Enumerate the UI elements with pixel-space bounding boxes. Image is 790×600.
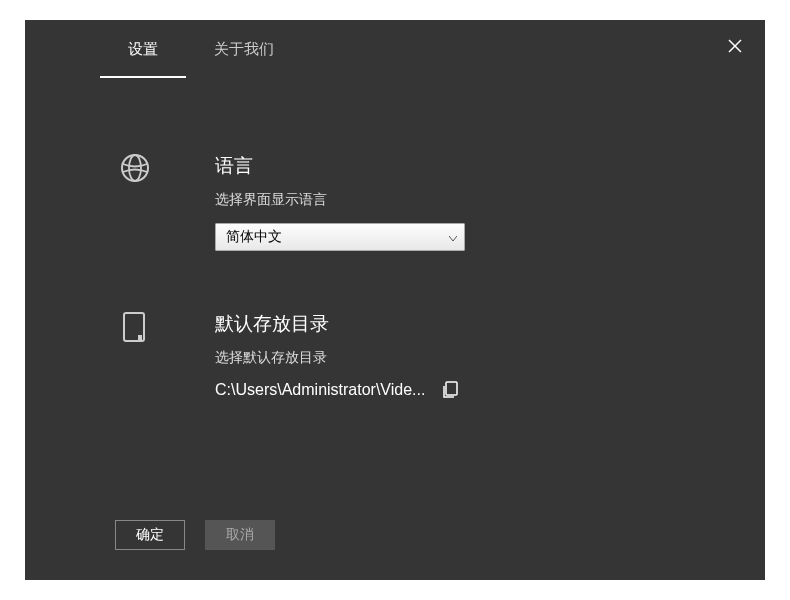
cancel-button[interactable]: 取消	[205, 520, 275, 550]
tab-bar: 设置 关于我们	[25, 20, 765, 78]
close-button[interactable]	[725, 36, 745, 56]
svg-point-2	[122, 155, 148, 181]
directory-subtitle: 选择默认存放目录	[215, 349, 765, 367]
language-body: 语言 选择界面显示语言 简体中文	[215, 153, 765, 251]
tab-about[interactable]: 关于我们	[186, 20, 302, 78]
language-subtitle: 选择界面显示语言	[215, 191, 765, 209]
language-title: 语言	[215, 153, 765, 179]
cancel-button-label: 取消	[226, 526, 254, 544]
directory-section: 默认存放目录 选择默认存放目录 C:\Users\Administrator\V…	[115, 311, 765, 399]
directory-title: 默认存放目录	[215, 311, 765, 337]
language-select-value: 简体中文	[226, 228, 282, 246]
svg-rect-5	[138, 335, 142, 341]
tab-settings-label: 设置	[128, 40, 158, 59]
language-section: 语言 选择界面显示语言 简体中文	[115, 153, 765, 251]
settings-dialog: 设置 关于我们 语言 选择界面显示语言	[25, 20, 765, 580]
copy-icon	[441, 381, 459, 399]
browse-button[interactable]	[441, 381, 459, 399]
language-select-wrap: 简体中文	[215, 223, 465, 251]
close-icon	[727, 38, 743, 54]
tab-settings[interactable]: 设置	[100, 20, 186, 78]
svg-point-3	[129, 155, 141, 181]
language-select[interactable]: 简体中文	[215, 223, 465, 251]
svg-rect-6	[446, 382, 457, 395]
folder-icon	[115, 311, 155, 351]
ok-button[interactable]: 确定	[115, 520, 185, 550]
tab-about-label: 关于我们	[214, 40, 274, 59]
directory-path: C:\Users\Administrator\Vide...	[215, 381, 425, 399]
directory-body: 默认存放目录 选择默认存放目录 C:\Users\Administrator\V…	[215, 311, 765, 399]
globe-icon	[115, 153, 155, 193]
ok-button-label: 确定	[136, 526, 164, 544]
dialog-content: 语言 选择界面显示语言 简体中文 默	[25, 78, 765, 399]
directory-path-row: C:\Users\Administrator\Vide...	[215, 381, 765, 399]
dialog-footer: 确定 取消	[115, 520, 275, 550]
